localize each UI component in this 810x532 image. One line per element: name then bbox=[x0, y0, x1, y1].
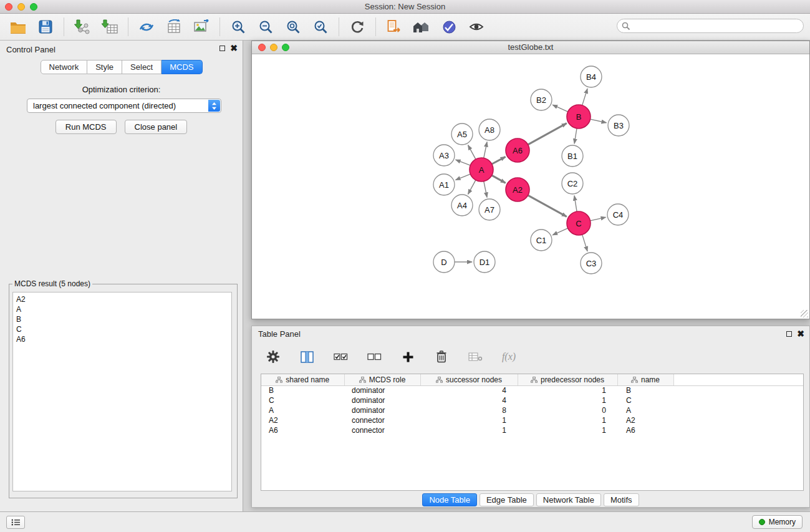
table-row[interactable]: Adominator80A bbox=[261, 405, 803, 415]
column-header-predecessor-nodes[interactable]: predecessor nodes bbox=[518, 374, 617, 385]
table-cell[interactable]: A6 bbox=[261, 425, 344, 435]
table-cell[interactable]: C bbox=[261, 395, 344, 405]
first-neighbors-button[interactable] bbox=[412, 17, 432, 37]
close-table-panel-icon[interactable]: ✖ bbox=[797, 331, 804, 337]
mcds-result-item[interactable]: A bbox=[16, 304, 228, 314]
table-cell[interactable]: A bbox=[261, 405, 344, 415]
network-edge-A2-C[interactable] bbox=[528, 195, 567, 216]
network-node-A[interactable]: A bbox=[470, 158, 493, 181]
column-header-mcds-role[interactable]: MCDS role bbox=[344, 374, 420, 385]
network-edge-A-A8[interactable] bbox=[484, 142, 487, 158]
tab-network-table[interactable]: Network Table bbox=[536, 493, 601, 506]
table-cell[interactable]: dominator bbox=[344, 395, 420, 405]
show-columns-button[interactable] bbox=[297, 347, 317, 367]
search-input[interactable] bbox=[632, 20, 798, 32]
network-edge-A-A4[interactable] bbox=[468, 180, 476, 195]
refresh-network-button[interactable] bbox=[347, 17, 367, 37]
network-node-A6[interactable]: A6 bbox=[506, 138, 529, 162]
column-header-shared-name[interactable]: shared name bbox=[261, 374, 344, 385]
import-network-button[interactable] bbox=[72, 17, 92, 37]
delete-table-button[interactable] bbox=[465, 347, 485, 367]
network-node-C1[interactable]: C1 bbox=[531, 230, 552, 251]
table-cell[interactable]: 8 bbox=[420, 405, 518, 415]
show-hide-button[interactable] bbox=[466, 17, 486, 37]
network-node-C4[interactable]: C4 bbox=[607, 204, 629, 225]
network-window-titlebar[interactable]: testGlobe.txt bbox=[252, 41, 809, 54]
table-row[interactable]: A6connector11A6 bbox=[261, 425, 803, 435]
network-edge-B-B4[interactable] bbox=[582, 89, 587, 105]
network-edge-A-A5[interactable] bbox=[468, 145, 476, 160]
zoom-out-button[interactable] bbox=[256, 17, 276, 37]
table-cell[interactable]: A bbox=[617, 405, 673, 415]
new-network-button[interactable] bbox=[137, 17, 157, 37]
duplicate-network-button[interactable] bbox=[384, 17, 404, 37]
network-node-A2[interactable]: A2 bbox=[506, 178, 529, 201]
table-row[interactable]: A2connector11A2 bbox=[261, 415, 803, 425]
open-session-button[interactable] bbox=[8, 17, 28, 37]
network-edge-A-A1[interactable] bbox=[456, 174, 471, 180]
tab-edge-table[interactable]: Edge Table bbox=[480, 493, 534, 506]
table-cell[interactable]: dominator bbox=[344, 385, 420, 395]
table-cell[interactable]: A2 bbox=[617, 415, 673, 425]
mcds-result-list[interactable]: A2ABCA6 bbox=[12, 292, 232, 491]
close-panel-icon[interactable]: ✖ bbox=[230, 45, 238, 51]
network-node-A4[interactable]: A4 bbox=[451, 195, 473, 216]
tab-network[interactable]: Network bbox=[40, 60, 87, 74]
tab-select[interactable]: Select bbox=[122, 60, 162, 74]
table-cell[interactable]: A6 bbox=[617, 425, 673, 435]
network-edge-B-B1[interactable] bbox=[574, 128, 577, 143]
table-cell[interactable]: 4 bbox=[420, 385, 518, 395]
table-cell[interactable]: connector bbox=[344, 415, 420, 425]
network-node-B2[interactable]: B2 bbox=[531, 89, 552, 110]
float-table-panel-icon[interactable] bbox=[786, 331, 792, 337]
table-cell[interactable]: dominator bbox=[344, 405, 420, 415]
table-row[interactable]: Cdominator41C bbox=[261, 395, 803, 405]
zoom-in-button[interactable] bbox=[228, 17, 248, 37]
save-session-button[interactable] bbox=[36, 17, 55, 37]
network-edge-C-C3[interactable] bbox=[582, 235, 587, 251]
vizmapper-button[interactable] bbox=[439, 17, 459, 37]
criterion-dropdown[interactable]: largest connected component (directed) bbox=[27, 99, 221, 113]
task-history-button[interactable] bbox=[6, 516, 25, 529]
network-node-C2[interactable]: C2 bbox=[562, 173, 583, 194]
table-cell[interactable]: 1 bbox=[518, 415, 617, 425]
zoom-selected-button[interactable] bbox=[311, 17, 330, 37]
table-cell[interactable]: 4 bbox=[420, 395, 518, 405]
network-node-C3[interactable]: C3 bbox=[581, 253, 602, 274]
new-table-button[interactable] bbox=[164, 17, 184, 37]
tab-style[interactable]: Style bbox=[87, 60, 122, 74]
resize-grip-icon[interactable] bbox=[801, 310, 808, 317]
network-graph[interactable]: B4B2BB3A8A5A6B1A3AA1C2A2A4A7C4CC1C3DD1 bbox=[252, 55, 809, 319]
memory-button[interactable]: Memory bbox=[752, 515, 803, 529]
deselect-all-button[interactable] bbox=[364, 347, 384, 367]
tab-motifs[interactable]: Motifs bbox=[604, 493, 639, 506]
network-edge-B-B3[interactable] bbox=[591, 119, 607, 123]
table-cell[interactable]: connector bbox=[344, 425, 420, 435]
network-edge-A-A7[interactable] bbox=[484, 181, 487, 198]
float-panel-icon[interactable] bbox=[219, 46, 225, 51]
table-cell[interactable]: 1 bbox=[420, 415, 518, 425]
tab-mcds[interactable]: MCDS bbox=[162, 60, 202, 74]
table-cell[interactable]: B bbox=[617, 385, 673, 395]
import-table-button[interactable] bbox=[100, 17, 120, 37]
table-cell[interactable]: 1 bbox=[518, 385, 617, 395]
mcds-result-item[interactable]: A6 bbox=[16, 334, 228, 344]
network-edge-C-C2[interactable] bbox=[574, 196, 577, 211]
network-node-A8[interactable]: A8 bbox=[479, 119, 500, 140]
table-cell[interactable]: C bbox=[617, 395, 673, 405]
network-node-B3[interactable]: B3 bbox=[608, 115, 629, 136]
network-edge-A-A2[interactable] bbox=[492, 175, 506, 183]
network-node-A1[interactable]: A1 bbox=[433, 174, 455, 195]
table-settings-button[interactable] bbox=[263, 347, 283, 367]
network-edge-A-A6[interactable] bbox=[492, 157, 506, 164]
table-cell[interactable]: 1 bbox=[518, 395, 617, 405]
network-edge-A-A3[interactable] bbox=[456, 160, 471, 165]
delete-column-button[interactable] bbox=[432, 347, 451, 367]
table-cell[interactable]: 0 bbox=[518, 405, 617, 415]
network-node-B4[interactable]: B4 bbox=[581, 66, 602, 87]
export-image-button[interactable] bbox=[191, 17, 211, 37]
table-cell[interactable]: B bbox=[261, 385, 344, 395]
column-header-successor-nodes[interactable]: successor nodes bbox=[420, 374, 518, 385]
network-node-A7[interactable]: A7 bbox=[479, 199, 500, 220]
mcds-result-item[interactable]: A2 bbox=[16, 294, 228, 304]
